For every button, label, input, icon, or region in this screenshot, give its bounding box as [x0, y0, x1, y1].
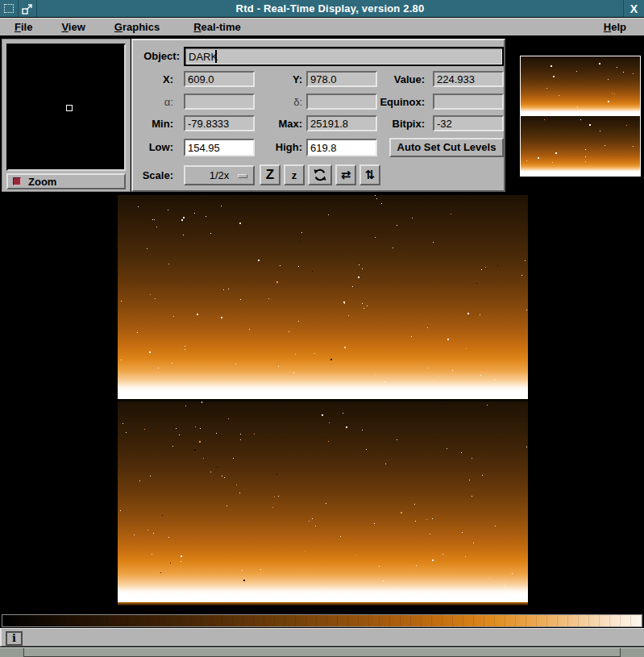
rotate-button[interactable]: [308, 164, 332, 185]
auto-set-cut-levels-button[interactable]: Auto Set Cut Levels: [389, 138, 504, 157]
noise-pixel: [472, 496, 472, 497]
noise-pixel: [242, 570, 243, 571]
noise-pixel: [121, 360, 122, 360]
equinox-field[interactable]: [433, 94, 504, 110]
noise-pixel: [203, 458, 204, 459]
noise-pixel: [538, 157, 539, 159]
image-canvas[interactable]: [118, 195, 528, 609]
zoom-toggle[interactable]: Zoom: [6, 173, 126, 189]
noise-pixel: [233, 458, 234, 459]
noise-pixel: [202, 402, 202, 403]
x-value-field[interactable]: [184, 71, 255, 87]
noise-pixel: [343, 301, 345, 303]
noise-pixel: [147, 248, 147, 249]
noise-pixel: [197, 314, 198, 315]
window-restore-button[interactable]: [19, 0, 37, 17]
info-button[interactable]: i: [6, 631, 23, 646]
noise-pixel: [416, 565, 417, 566]
resize-corner-right[interactable]: [620, 648, 644, 657]
menu-help[interactable]: Help: [604, 21, 626, 33]
noise-pixel: [375, 195, 376, 196]
titlebar[interactable]: Rtd - Real-Time Display, version 2.80 X: [0, 0, 644, 17]
zoom-panel: Zoom: [2, 39, 131, 192]
close-button[interactable]: X: [623, 0, 644, 17]
scale-option-menu[interactable]: 1/2x: [184, 165, 255, 185]
object-input[interactable]: [184, 47, 504, 66]
noise-pixel: [301, 232, 302, 233]
noise-pixel: [553, 76, 555, 77]
noise-pixel: [144, 429, 145, 430]
bitpix-field[interactable]: [433, 115, 504, 131]
flip-y-button[interactable]: ⇅: [359, 164, 380, 185]
value-label: Value:: [375, 73, 425, 85]
noise-pixel: [626, 125, 627, 126]
zoom-out-button[interactable]: z: [284, 164, 305, 185]
window-resize-bar[interactable]: [0, 647, 644, 657]
noise-pixel: [393, 247, 393, 248]
noise-pixel: [451, 214, 451, 214]
window-menu-button[interactable]: [0, 0, 19, 17]
menu-graphics[interactable]: Graphics: [114, 21, 160, 33]
y-value-field[interactable]: [306, 71, 377, 87]
panner-view-rect[interactable]: [520, 56, 641, 177]
noise-pixel: [243, 580, 245, 581]
noise-pixel: [375, 374, 376, 375]
noise-pixel: [414, 504, 415, 505]
noise-pixel: [326, 503, 326, 504]
noise-pixel: [202, 401, 202, 402]
noise-pixel: [608, 79, 609, 80]
low-cut-field[interactable]: [184, 139, 255, 156]
ra-field[interactable]: [184, 94, 255, 110]
rotate-icon: [313, 168, 327, 182]
noise-pixel: [194, 213, 195, 214]
zoom-in-button[interactable]: Z: [260, 164, 280, 185]
noise-pixel: [236, 484, 237, 485]
noise-pixel: [276, 474, 277, 475]
noise-pixel: [134, 534, 135, 535]
noise-pixel: [384, 381, 385, 382]
resize-corner-left[interactable]: [0, 648, 24, 657]
noise-pixel: [155, 298, 156, 299]
noise-pixel: [216, 433, 217, 434]
zoom-display-canvas: [6, 44, 126, 171]
flip-y-icon: ⇅: [365, 168, 376, 182]
noise-pixel: [240, 299, 241, 300]
menu-view[interactable]: View: [61, 21, 85, 33]
colorbar[interactable]: [2, 614, 642, 627]
min-field[interactable]: [184, 115, 255, 131]
view-toolbar: Z z ⇄ ⇅: [260, 164, 380, 185]
menu-real-time[interactable]: Real-time: [193, 21, 241, 33]
noise-pixel: [312, 518, 313, 519]
noise-pixel: [355, 555, 356, 555]
noise-pixel: [222, 476, 222, 476]
restore-icon: [22, 3, 33, 15]
noise-pixel: [158, 368, 159, 368]
noise-pixel: [476, 283, 477, 284]
noise-pixel: [217, 467, 218, 468]
pixel-value-field[interactable]: [433, 71, 504, 87]
noise-pixel: [147, 530, 148, 530]
max-field[interactable]: [306, 115, 377, 131]
noise-pixel: [432, 559, 434, 561]
noise-pixel: [438, 376, 439, 376]
noise-pixel: [154, 219, 155, 220]
menu-file[interactable]: File: [15, 21, 32, 33]
noise-pixel: [322, 414, 323, 416]
noise-pixel: [168, 537, 169, 538]
noise-pixel: [397, 439, 397, 440]
flip-x-button[interactable]: ⇄: [335, 164, 356, 185]
noise-pixel: [544, 119, 545, 120]
noise-pixel: [467, 313, 469, 314]
noise-pixel: [366, 449, 367, 450]
noise-pixel: [599, 63, 600, 64]
noise-pixel: [401, 512, 402, 514]
noise-pixel: [633, 146, 634, 147]
high-cut-field[interactable]: [306, 139, 377, 156]
noise-pixel: [546, 88, 547, 89]
zoom-in-icon: Z: [266, 167, 274, 183]
dec-field[interactable]: [306, 94, 377, 110]
noise-pixel: [526, 447, 527, 447]
noise-pixel: [176, 428, 177, 429]
noise-pixel: [137, 332, 138, 333]
noise-pixel: [272, 507, 273, 508]
